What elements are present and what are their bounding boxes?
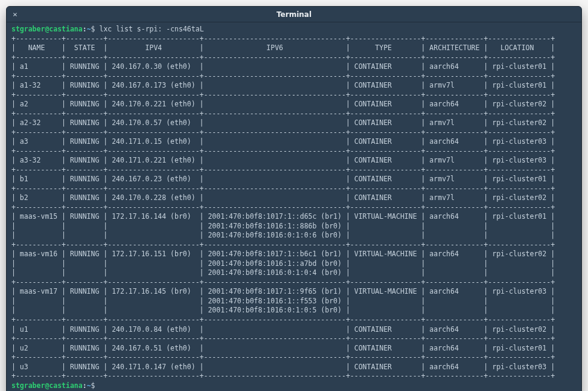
prompt-line-1: stgraber@castiana:~$ lxc list s-rpi: -cn… <box>11 25 577 34</box>
command-text: lxc list s-rpi: -cns46taL <box>95 25 204 33</box>
prompt-path: ~ <box>87 25 91 33</box>
prompt-host: castiana <box>49 381 82 390</box>
close-button[interactable]: × <box>7 7 24 22</box>
prompt-path: ~ <box>87 381 91 390</box>
prompt-colon: : <box>83 381 87 390</box>
terminal-body[interactable]: stgraber@castiana:~$ lxc list s-rpi: -cn… <box>7 22 581 391</box>
window-title: Terminal <box>7 10 581 19</box>
output-table: +-----------+---------+-----------------… <box>11 34 577 381</box>
prompt-host: castiana <box>49 25 82 33</box>
prompt-symbol: $ <box>91 25 95 33</box>
titlebar: × Terminal <box>7 7 581 22</box>
close-icon: × <box>13 10 18 19</box>
prompt-line-2: stgraber@castiana:~$ <box>11 381 577 391</box>
prompt-user: stgraber <box>11 25 45 33</box>
prompt-user: stgraber <box>11 381 45 390</box>
cursor <box>95 381 100 390</box>
prompt-colon: : <box>83 25 87 33</box>
prompt-symbol: $ <box>91 381 95 390</box>
terminal-window: × Terminal stgraber@castiana:~$ lxc list… <box>6 6 582 391</box>
